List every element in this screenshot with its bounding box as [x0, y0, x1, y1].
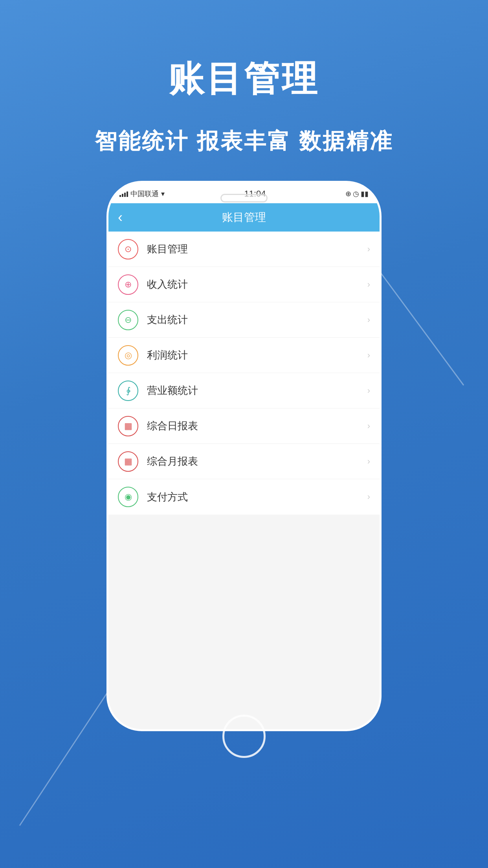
phone-mockup: 中国联通 ▾ 11:04 ⊕ ◷ ▮▮ ‹ 账目管理 ⊙账目管理›⊕收入统 — [106, 181, 382, 731]
phone-frame: 中国联通 ▾ 11:04 ⊕ ◷ ▮▮ ‹ 账目管理 ⊙账目管理›⊕收入统 — [106, 181, 382, 731]
menu-item-income-stats[interactable]: ⊕收入统计› — [108, 267, 380, 302]
payment-methods-icon: ◉ — [118, 487, 138, 507]
monthly-report-label: 综合月报表 — [147, 454, 367, 468]
signal-bars-icon — [119, 191, 128, 197]
menu-item-monthly-report[interactable]: ▦综合月报表› — [108, 444, 380, 479]
profit-stats-arrow-icon: › — [367, 350, 370, 360]
revenue-stats-label: 营业额统计 — [147, 384, 367, 397]
income-stats-icon: ⊕ — [118, 274, 138, 295]
menu-content: ⊙账目管理›⊕收入统计›⊖支出统计›◎利润统计›∲营业额统计›▦综合日报表›▦综… — [108, 232, 380, 729]
monthly-report-icon: ▦ — [118, 451, 138, 472]
account-management-arrow-icon: › — [367, 244, 370, 254]
clock-icon: ◷ — [353, 189, 359, 198]
expense-stats-arrow-icon: › — [367, 315, 370, 325]
menu-section: ⊙账目管理›⊕收入统计›⊖支出统计›◎利润统计›∲营业额统计›▦综合日报表›▦综… — [108, 232, 380, 515]
account-management-icon: ⊙ — [118, 239, 138, 259]
menu-item-profit-stats[interactable]: ◎利润统计› — [108, 338, 380, 373]
payment-methods-arrow-icon: › — [367, 492, 370, 502]
expense-stats-icon: ⊖ — [118, 310, 138, 330]
payment-methods-label: 支付方式 — [147, 490, 367, 504]
profit-stats-label: 利润统计 — [147, 348, 367, 362]
alarm-icon: ⊕ — [345, 189, 351, 198]
status-left: 中国联通 ▾ — [119, 189, 165, 199]
profit-stats-icon: ◎ — [118, 345, 138, 366]
back-button[interactable]: ‹ — [118, 209, 123, 226]
battery-icon: ▮▮ — [361, 189, 369, 198]
monthly-report-arrow-icon: › — [367, 456, 370, 467]
income-stats-label: 收入统计 — [147, 278, 367, 291]
menu-item-account-management[interactable]: ⊙账目管理› — [108, 232, 380, 267]
phone-inner: 中国联通 ▾ 11:04 ⊕ ◷ ▮▮ ‹ 账目管理 ⊙账目管理›⊕收入统 — [108, 183, 380, 729]
status-right: ⊕ ◷ ▮▮ — [345, 189, 369, 198]
daily-report-arrow-icon: › — [367, 421, 370, 431]
menu-item-revenue-stats[interactable]: ∲营业额统计› — [108, 373, 380, 408]
menu-item-payment-methods[interactable]: ◉支付方式› — [108, 479, 380, 515]
nav-title: 账目管理 — [222, 210, 266, 225]
phone-speaker — [220, 194, 268, 202]
nav-bar: ‹ 账目管理 — [108, 203, 380, 232]
menu-item-expense-stats[interactable]: ⊖支出统计› — [108, 302, 380, 338]
revenue-stats-arrow-icon: › — [367, 386, 370, 396]
carrier-label: 中国联通 — [130, 189, 159, 199]
page-title: 账目管理 — [0, 55, 488, 103]
wifi-icon: ▾ — [161, 189, 165, 198]
revenue-stats-icon: ∲ — [118, 381, 138, 401]
daily-report-label: 综合日报表 — [147, 419, 367, 433]
page-subtitle: 智能统计 报表丰富 数据精准 — [0, 127, 488, 156]
home-button[interactable] — [222, 715, 266, 758]
account-management-label: 账目管理 — [147, 242, 367, 256]
daily-report-icon: ▦ — [118, 416, 138, 436]
income-stats-arrow-icon: › — [367, 280, 370, 290]
expense-stats-label: 支出统计 — [147, 313, 367, 327]
menu-item-daily-report[interactable]: ▦综合日报表› — [108, 408, 380, 444]
